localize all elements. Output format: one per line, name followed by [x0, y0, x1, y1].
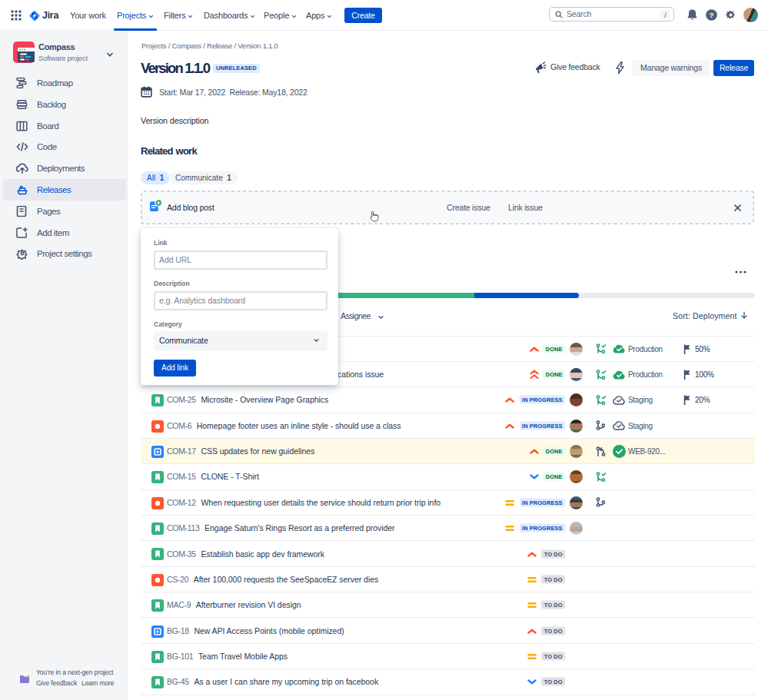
svg-text:?: ?: [710, 11, 714, 19]
